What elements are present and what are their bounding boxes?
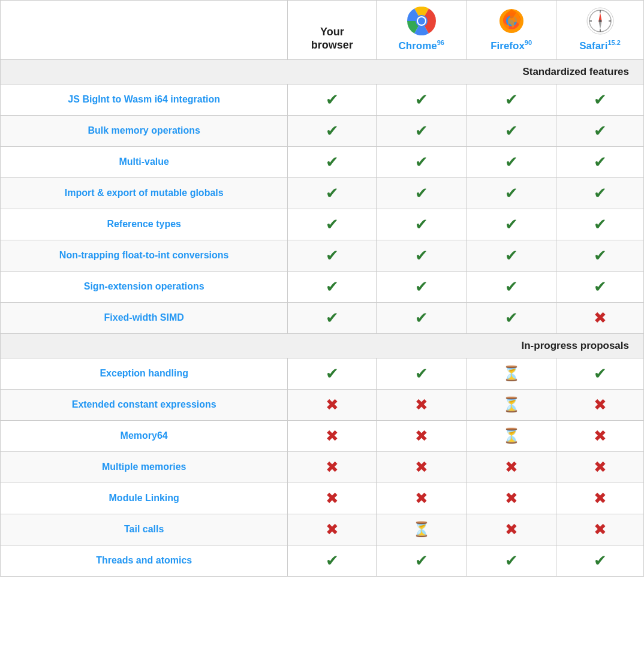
table-row: Memory64 ✖ ✖ ⏳ ✖: [1, 420, 644, 451]
cell-your-browser: ✔: [288, 545, 377, 576]
cell-your-browser: ✔: [288, 84, 377, 115]
cell-safari: ✖: [556, 389, 644, 420]
cell-safari: ✖: [556, 483, 644, 514]
feature-name: Threads and atomics: [1, 545, 288, 576]
cell-safari: ✔: [556, 240, 644, 271]
cell-your-browser: ✖: [288, 420, 377, 451]
table-row: Module Linking ✖ ✖ ✖ ✖: [1, 483, 644, 514]
feature-name: Multi-value: [1, 146, 288, 177]
section-header-0: Standardized features: [1, 59, 644, 84]
your-browser-header: Your browser: [288, 1, 377, 60]
table-row: Non-trapping float-to-int conversions ✔ …: [1, 240, 644, 271]
cell-firefox: ✔: [467, 209, 556, 240]
table-row: Extended constant expressions ✖ ✖ ⏳ ✖: [1, 389, 644, 420]
cell-firefox: ✖: [467, 514, 556, 545]
firefox-header: Firefox90: [467, 1, 556, 60]
cell-safari: ✔: [556, 271, 644, 302]
cell-your-browser: ✖: [288, 514, 377, 545]
table-row: Sign-extension operations ✔ ✔ ✔ ✔: [1, 271, 644, 302]
cell-firefox: ✔: [467, 146, 556, 177]
cell-firefox: ✖: [467, 483, 556, 514]
cell-chrome: ✖: [377, 451, 467, 483]
feature-name: Import & export of mutable globals: [1, 177, 288, 209]
cell-firefox: ⏳: [467, 420, 556, 451]
feature-name: Multiple memories: [1, 451, 288, 483]
feature-name: JS BigInt to Wasm i64 integration: [1, 84, 288, 115]
table-row: Multiple memories ✖ ✖ ✖ ✖: [1, 451, 644, 483]
table-header: Your browser: [1, 1, 644, 60]
feature-name: Reference types: [1, 209, 288, 240]
feature-name: Extended constant expressions: [1, 389, 288, 420]
cell-chrome: ✖: [377, 389, 467, 420]
feature-name: Non-trapping float-to-int conversions: [1, 240, 288, 271]
cell-chrome: ✔: [377, 84, 467, 115]
feature-name: Fixed-width SIMD: [1, 302, 288, 333]
cell-firefox: ⏳: [467, 358, 556, 389]
cell-chrome: ⏳: [377, 514, 467, 545]
firefox-icon: [497, 7, 526, 35]
table-row: Multi-value ✔ ✔ ✔ ✔: [1, 146, 644, 177]
table-row: Tail calls ✖ ⏳ ✖ ✖: [1, 514, 644, 545]
firefox-name: Firefox90: [471, 39, 551, 52]
chrome-header: Chrome96: [377, 1, 467, 60]
cell-safari: ✖: [556, 514, 644, 545]
chrome-name: Chrome96: [381, 39, 461, 52]
table-row: Bulk memory operations ✔ ✔ ✔ ✔: [1, 115, 644, 146]
cell-safari: ✔: [556, 358, 644, 389]
feature-name: Bulk memory operations: [1, 115, 288, 146]
your-browser-label: Your browser: [311, 26, 353, 51]
cell-your-browser: ✖: [288, 483, 377, 514]
cell-safari: ✔: [556, 177, 644, 209]
cell-firefox: ✔: [467, 177, 556, 209]
cell-safari: ✔: [556, 146, 644, 177]
cell-your-browser: ✔: [288, 302, 377, 333]
svg-point-16: [599, 20, 601, 22]
cell-chrome: ✔: [377, 271, 467, 302]
cell-your-browser: ✔: [288, 271, 377, 302]
feature-name: Module Linking: [1, 483, 288, 514]
feature-name: Exception handling: [1, 358, 288, 389]
cell-your-browser: ✔: [288, 177, 377, 209]
table-row: Threads and atomics ✔ ✔ ✔ ✔: [1, 545, 644, 576]
cell-firefox: ✔: [467, 545, 556, 576]
cell-firefox: ✔: [467, 302, 556, 333]
cell-chrome: ✖: [377, 483, 467, 514]
cell-safari: ✔: [556, 115, 644, 146]
feature-name: Memory64: [1, 420, 288, 451]
cell-safari: ✖: [556, 302, 644, 333]
cell-your-browser: ✖: [288, 389, 377, 420]
feature-name: Tail calls: [1, 514, 288, 545]
table-row: Import & export of mutable globals ✔ ✔ ✔…: [1, 177, 644, 209]
cell-your-browser: ✖: [288, 451, 377, 483]
cell-chrome: ✔: [377, 209, 467, 240]
feature-column-header: [1, 1, 288, 60]
table-row: Fixed-width SIMD ✔ ✔ ✔ ✖: [1, 302, 644, 333]
cell-safari: ✖: [556, 420, 644, 451]
cell-firefox: ✔: [467, 115, 556, 146]
cell-chrome: ✔: [377, 358, 467, 389]
feature-name: Sign-extension operations: [1, 271, 288, 302]
cell-your-browser: ✔: [288, 209, 377, 240]
cell-firefox: ✔: [467, 84, 556, 115]
cell-chrome: ✔: [377, 115, 467, 146]
cell-firefox: ⏳: [467, 389, 556, 420]
cell-chrome: ✔: [377, 240, 467, 271]
cell-your-browser: ✔: [288, 240, 377, 271]
cell-your-browser: ✔: [288, 146, 377, 177]
safari-name: Safari15.2: [561, 39, 639, 52]
table-row: Reference types ✔ ✔ ✔ ✔: [1, 209, 644, 240]
table-body: Standardized features JS BigInt to Wasm …: [1, 59, 644, 576]
cell-chrome: ✔: [377, 545, 467, 576]
safari-icon: [586, 7, 615, 35]
section-title-1: In-progress proposals: [1, 333, 644, 358]
chrome-icon: [407, 7, 436, 35]
cell-chrome: ✔: [377, 177, 467, 209]
section-title-0: Standardized features: [1, 59, 644, 84]
cell-chrome: ✔: [377, 302, 467, 333]
cell-safari: ✔: [556, 545, 644, 576]
cell-firefox: ✔: [467, 240, 556, 271]
cell-safari: ✔: [556, 84, 644, 115]
cell-safari: ✖: [556, 451, 644, 483]
cell-chrome: ✔: [377, 146, 467, 177]
cell-firefox: ✖: [467, 451, 556, 483]
